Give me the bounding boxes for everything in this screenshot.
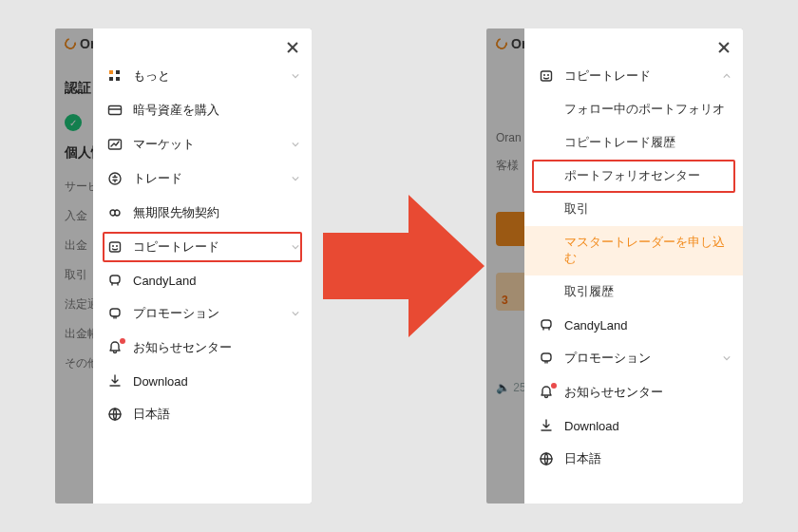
menu-item-label: コピートレード bbox=[124, 238, 291, 256]
svg-rect-8 bbox=[110, 242, 121, 252]
globe-icon bbox=[106, 407, 124, 422]
menu-item-promo[interactable]: プロモーション bbox=[524, 341, 743, 375]
menu-item-card[interactable]: 暗号資産を購入 bbox=[93, 93, 312, 127]
menu-item-label: 無期限先物契約 bbox=[124, 204, 291, 221]
submenu-item[interactable]: コピートレード履歴 bbox=[524, 126, 743, 160]
svg-rect-3 bbox=[116, 77, 120, 81]
svg-rect-18 bbox=[542, 71, 552, 81]
promo-icon bbox=[538, 351, 555, 366]
svg-rect-21 bbox=[542, 320, 551, 328]
chevron-down-icon bbox=[291, 243, 300, 251]
menu-item-label: もっと bbox=[124, 67, 291, 85]
slide-menu-left: もっと暗号資産を購入マーケットトレード無期限先物契約コピートレードCandyLa… bbox=[93, 28, 312, 504]
menu-item-candy[interactable]: CandyLand bbox=[93, 264, 312, 296]
menu-item-infinity[interactable]: 無期限先物契約 bbox=[93, 196, 312, 230]
close-button[interactable] bbox=[283, 38, 302, 57]
menu-item-label: プロモーション bbox=[555, 350, 722, 367]
submenu-item-label: コピートレード履歴 bbox=[564, 135, 675, 151]
menu-item-label: プロモーション bbox=[124, 305, 291, 322]
submenu-item-label: 取引履歴 bbox=[564, 284, 614, 300]
bell-icon bbox=[106, 340, 124, 355]
svg-rect-2 bbox=[109, 77, 113, 81]
chevron-down-icon bbox=[291, 72, 300, 80]
svg-rect-11 bbox=[110, 276, 120, 283]
svg-point-10 bbox=[116, 245, 118, 247]
chevron-down-icon bbox=[722, 354, 732, 362]
menu-item-label: トレード bbox=[124, 170, 291, 187]
infinity-icon bbox=[106, 205, 124, 220]
promo-icon bbox=[106, 306, 124, 321]
submenu-item[interactable]: ポートフォリオセンター bbox=[524, 160, 743, 193]
slide-menu-right: コピートレードフォロー中のポートフォリオコピートレード履歴ポートフォリオセンター… bbox=[524, 28, 743, 504]
chevron-down-icon bbox=[291, 310, 300, 317]
menu-item-download[interactable]: Download bbox=[524, 409, 743, 442]
big-arrow-icon bbox=[323, 195, 484, 337]
svg-marker-28 bbox=[323, 195, 484, 337]
menu-item-label: マーケット bbox=[124, 136, 291, 153]
menu-item-grid[interactable]: もっと bbox=[93, 59, 312, 93]
menu-item-label: 暗号資産を購入 bbox=[124, 102, 291, 119]
submenu-item[interactable]: マスタートレーダーを申し込む bbox=[524, 226, 743, 276]
chevron-down-icon bbox=[291, 175, 300, 182]
copy-icon bbox=[106, 239, 124, 255]
notification-dot-icon bbox=[551, 383, 557, 389]
menu-item-trade[interactable]: トレード bbox=[93, 162, 312, 196]
menu-item-label: Download bbox=[555, 419, 722, 433]
menu-item-label: Download bbox=[124, 374, 291, 389]
candy-icon bbox=[106, 273, 124, 288]
menu-item-label: CandyLand bbox=[555, 318, 722, 332]
submenu-item-label: フォロー中のポートフォリオ bbox=[564, 102, 725, 118]
screenshot-left: Ora 認証 ✓ 個人情 サービ 入金 出金 取引 法定通 出金帳 その他 もっ… bbox=[55, 28, 312, 504]
menu-item-label: お知らせセンター bbox=[124, 339, 291, 356]
submenu-item-label: ポートフォリオセンター bbox=[564, 168, 700, 184]
svg-rect-0 bbox=[109, 70, 113, 74]
card-icon bbox=[106, 103, 124, 118]
submenu-item[interactable]: フォロー中のポートフォリオ bbox=[524, 93, 743, 126]
menu-item-copy[interactable]: コピートレード bbox=[93, 230, 312, 264]
menu-item-bell[interactable]: お知らせセンター bbox=[93, 331, 312, 365]
svg-rect-24 bbox=[542, 353, 551, 361]
menu-item-label: お知らせセンター bbox=[555, 384, 722, 401]
svg-rect-14 bbox=[110, 309, 120, 316]
submenu-item[interactable]: 取引 bbox=[524, 193, 743, 226]
chevron-down-icon bbox=[291, 141, 300, 148]
grid-icon bbox=[106, 68, 124, 84]
screenshot-right: Ora Oran 客様 3 🔈 25 コピートレードフォロー中のポートフォリオコ… bbox=[486, 28, 743, 504]
submenu-item[interactable]: 取引履歴 bbox=[524, 276, 743, 309]
trade-icon bbox=[106, 171, 124, 186]
submenu-item-label: 取引 bbox=[564, 201, 589, 218]
notification-dot-icon bbox=[120, 338, 125, 344]
menu-item-label: CandyLand bbox=[124, 274, 291, 288]
menu-item-label: 日本語 bbox=[124, 406, 291, 423]
svg-point-9 bbox=[112, 245, 114, 247]
svg-rect-1 bbox=[116, 70, 120, 74]
market-icon bbox=[106, 137, 124, 152]
menu-item-label: 日本語 bbox=[555, 450, 722, 467]
chevron-up-icon bbox=[722, 72, 732, 80]
svg-point-20 bbox=[547, 74, 549, 76]
menu-item-copy[interactable]: コピートレード bbox=[524, 59, 743, 93]
menu-item-label: コピートレード bbox=[555, 67, 722, 85]
menu-item-bell[interactable]: お知らせセンター bbox=[524, 375, 743, 409]
menu-item-globe[interactable]: 日本語 bbox=[93, 397, 312, 431]
menu-item-globe[interactable]: 日本語 bbox=[524, 442, 743, 476]
copy-icon bbox=[538, 68, 555, 84]
submenu-item-label: マスタートレーダーを申し込む bbox=[564, 235, 732, 267]
menu-item-promo[interactable]: プロモーション bbox=[93, 296, 312, 331]
menu-item-candy[interactable]: CandyLand bbox=[524, 309, 743, 341]
bell-icon bbox=[538, 385, 555, 400]
globe-icon bbox=[538, 451, 555, 466]
download-icon bbox=[106, 373, 124, 389]
close-button[interactable] bbox=[714, 38, 733, 57]
svg-point-19 bbox=[543, 74, 545, 76]
candy-icon bbox=[538, 317, 555, 332]
menu-item-market[interactable]: マーケット bbox=[93, 127, 312, 162]
download-icon bbox=[538, 418, 555, 433]
menu-item-download[interactable]: Download bbox=[93, 365, 312, 397]
svg-rect-4 bbox=[109, 106, 122, 115]
